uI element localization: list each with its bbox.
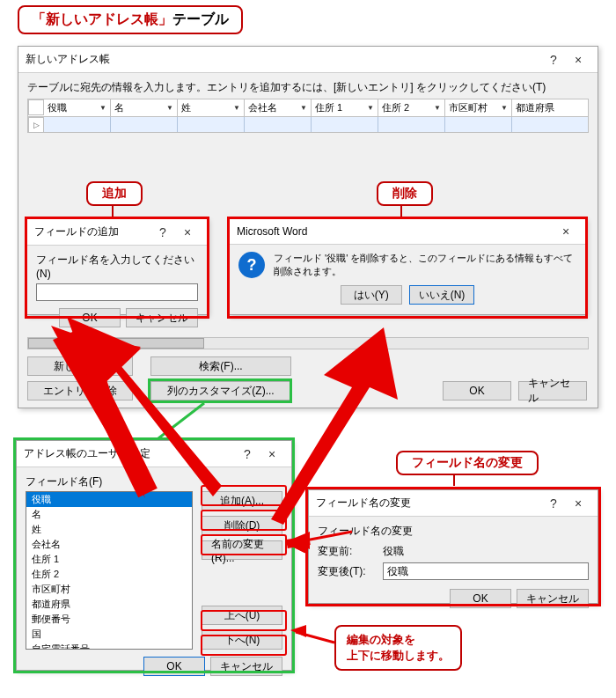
annotation-rest-text: テーブル <box>172 11 229 26</box>
rename-dialog: フィールド名の変更 ? × フィールド名の変更 変更前:役職 変更後(T): O… <box>308 489 598 604</box>
user-config-title-text: アドレス帳のユーザー設定 <box>24 446 235 461</box>
table-cell[interactable] <box>378 117 445 132</box>
delete-button[interactable]: 削除(D) <box>202 516 282 535</box>
question-icon: ? <box>238 252 265 278</box>
move-down-button[interactable]: 下へ(N) <box>202 630 282 650</box>
no-button[interactable]: いいえ(N) <box>409 285 475 305</box>
customize-columns-button[interactable]: 列のカスタマイズ(Z)... <box>150 381 291 400</box>
before-label: 変更前: <box>318 544 378 559</box>
field-list-label: フィールド名(F) <box>26 474 282 489</box>
note-line1: 編集の対象を <box>347 633 415 646</box>
list-item[interactable]: 役職 <box>26 492 192 507</box>
cancel-button[interactable]: キャンセル <box>126 308 198 327</box>
user-config-titlebar: アドレス帳のユーザー設定 ? × <box>17 441 291 467</box>
help-icon[interactable]: ? <box>541 496 566 511</box>
ok-button[interactable]: OK <box>450 589 511 608</box>
ok-button[interactable]: OK <box>59 308 121 327</box>
help-icon[interactable]: ? <box>541 53 566 67</box>
close-icon[interactable]: × <box>175 225 200 239</box>
column-header[interactable]: 住所 2▼ <box>378 99 445 116</box>
close-icon[interactable]: × <box>566 496 590 511</box>
delete-message: フィールド '役職' を削除すると、このフィールドにある情報もすべて削除されます… <box>274 252 576 278</box>
chevron-down-icon: ▼ <box>166 104 173 112</box>
callout-add: 追加 <box>86 181 143 206</box>
ok-button[interactable]: OK <box>443 381 511 400</box>
table-cell[interactable] <box>512 117 588 132</box>
list-item[interactable]: 住所 2 <box>26 567 192 582</box>
close-icon[interactable]: × <box>554 224 578 239</box>
column-header[interactable]: 役職▼ <box>44 99 111 116</box>
add-button[interactable]: 追加(A)... <box>202 491 282 511</box>
column-header[interactable]: 会社名▼ <box>245 99 312 116</box>
delete-dialog-body: ? フィールド '役職' を削除すると、このフィールドにある情報もすべて削除され… <box>230 245 585 285</box>
row-handle[interactable]: ▷ <box>28 117 44 133</box>
main-body: テーブルに宛先の情報を入力します。エントリを追加するには、[新しいエントリ] を… <box>18 73 598 140</box>
chevron-down-icon: ▼ <box>233 104 240 112</box>
table-cell[interactable] <box>445 117 512 132</box>
table-cell[interactable] <box>312 117 378 132</box>
add-field-input[interactable] <box>36 283 198 301</box>
svg-marker-9 <box>290 625 306 637</box>
list-item[interactable]: 会社名 <box>26 537 192 552</box>
annotation-red-text: 「新しいアドレス帳」 <box>32 11 172 26</box>
yes-button[interactable]: はい(Y) <box>341 285 402 305</box>
chevron-down-icon: ▼ <box>300 104 307 112</box>
cancel-button[interactable]: キャンセル <box>210 657 282 676</box>
table-row[interactable]: ▷ <box>27 117 589 133</box>
list-item[interactable]: 国 <box>26 627 192 642</box>
chevron-down-icon: ▼ <box>99 104 106 112</box>
before-value: 役職 <box>383 544 404 559</box>
table-header: 役職▼ 名▼ 姓▼ 会社名▼ 住所 1▼ 住所 2▼ 市区町村▼ 都道府県 <box>27 99 589 117</box>
help-icon[interactable]: ? <box>235 447 260 461</box>
after-input[interactable] <box>383 562 589 580</box>
ok-button[interactable]: OK <box>143 657 205 676</box>
close-icon[interactable]: × <box>260 447 284 461</box>
callout-delete: 削除 <box>377 181 433 206</box>
table-cell[interactable] <box>111 117 178 132</box>
add-field-dialog: フィールドの追加 ? × フィールド名を入力してください(N) OK キャンセル <box>26 218 208 315</box>
scrollbar-horizontal[interactable] <box>27 337 589 349</box>
scrollbar-thumb[interactable] <box>28 338 204 349</box>
find-button[interactable]: 検索(F)... <box>150 356 291 376</box>
rename-dialog-titlebar: フィールド名の変更 ? × <box>309 490 598 517</box>
column-header[interactable]: 住所 1▼ <box>312 99 378 116</box>
column-header[interactable]: 都道府県 <box>512 99 588 116</box>
list-item[interactable]: 住所 1 <box>26 552 192 567</box>
delete-dialog-title-text: Microsoft Word <box>237 225 554 238</box>
user-config-dialog: アドレス帳のユーザー設定 ? × フィールド名(F) 役職名姓会社名住所 1住所… <box>16 440 292 671</box>
table-cell[interactable] <box>245 117 312 132</box>
close-icon[interactable]: × <box>566 53 590 67</box>
delete-confirm-dialog: Microsoft Word × ? フィールド '役職' を削除すると、このフ… <box>229 218 586 315</box>
list-item[interactable]: 郵便番号 <box>26 612 192 627</box>
add-dialog-body: フィールド名を入力してください(N) OK キャンセル <box>27 246 207 334</box>
table-cell[interactable] <box>44 117 111 132</box>
callout-move-note: 編集の対象を 上下に移動します。 <box>334 625 462 671</box>
column-header[interactable]: 市区町村▼ <box>445 99 512 116</box>
row-handle-header <box>28 99 44 115</box>
list-item[interactable]: 市区町村 <box>26 582 192 597</box>
main-title-text: 新しいアドレス帳 <box>26 52 541 67</box>
rename-dialog-title-text: フィールド名の変更 <box>316 496 541 511</box>
cancel-button[interactable]: キャンセル <box>517 589 589 608</box>
list-item[interactable]: 自宅電話番号 <box>26 642 192 650</box>
cancel-button[interactable]: キャンセル <box>518 381 587 400</box>
list-item[interactable]: 名 <box>26 507 192 522</box>
note-line2: 上下に移動します。 <box>347 649 450 662</box>
annotation-table-title: 「新しいアドレス帳」テーブル <box>18 5 243 34</box>
rename-dialog-body: フィールド名の変更 変更前:役職 変更後(T): OK キャンセル <box>309 517 598 615</box>
list-item[interactable]: 姓 <box>26 522 192 537</box>
new-entry-button[interactable]: 新しいエン <box>27 356 133 376</box>
add-field-label: フィールド名を入力してください(N) <box>36 253 198 280</box>
rename-button[interactable]: 名前の変更(R)... <box>202 540 282 560</box>
help-icon[interactable]: ? <box>150 225 175 239</box>
field-listbox[interactable]: 役職名姓会社名住所 1住所 2市区町村都道府県郵便番号国自宅電話番号勤務先電話番… <box>26 491 193 650</box>
instruction-text: テーブルに宛先の情報を入力します。エントリを追加するには、[新しいエントリ] を… <box>27 80 589 95</box>
move-up-button[interactable]: 上へ(U) <box>202 606 282 625</box>
column-header[interactable]: 名▼ <box>111 99 178 116</box>
column-header[interactable]: 姓▼ <box>178 99 245 116</box>
chevron-down-icon: ▼ <box>434 104 441 112</box>
delete-entry-button[interactable]: エントリの削除 <box>27 381 133 400</box>
table-cell[interactable] <box>178 117 245 132</box>
chevron-down-icon: ▼ <box>501 104 508 112</box>
list-item[interactable]: 都道府県 <box>26 597 192 612</box>
